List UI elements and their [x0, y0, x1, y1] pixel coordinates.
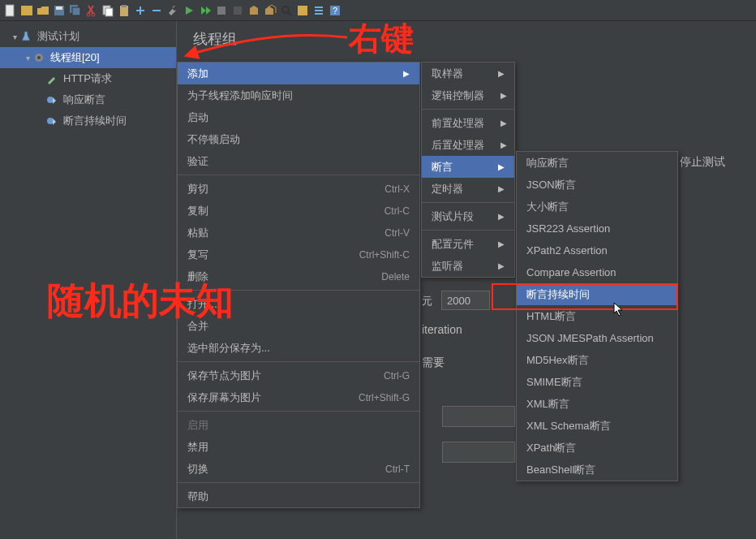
menu-item[interactable]: XML断言 [517, 393, 677, 415]
search-icon[interactable] [279, 3, 294, 18]
templates-icon[interactable] [19, 3, 34, 18]
open-icon[interactable] [36, 3, 50, 18]
paste-icon[interactable] [117, 3, 131, 18]
menu-item-label: 监听器 [432, 259, 463, 274]
menu-item[interactable]: 启动 [178, 106, 419, 128]
menu-item[interactable]: 保存屏幕为图片Ctrl+Shift-G [178, 386, 419, 408]
context-submenu-add: 取样器▶逻辑控制器▶前置处理器▶后置处理器▶断言▶定时器▶测试片段▶配置元件▶监… [421, 62, 515, 278]
menu-item[interactable]: MD5Hex断言 [517, 349, 677, 371]
menu-item[interactable]: SMIME断言 [517, 371, 677, 393]
menu-item[interactable]: BeanShell断言 [517, 459, 677, 481]
menu-item[interactable]: HTML断言 [517, 305, 677, 327]
svg-rect-0 [6, 5, 14, 16]
tree-root[interactable]: ▾ 测试计划 [0, 26, 176, 47]
menu-item[interactable]: 大小断言 [517, 196, 677, 218]
stop-icon[interactable] [214, 3, 229, 18]
menu-item[interactable]: 帮助 [178, 485, 419, 507]
menu-item[interactable]: 复写Ctrl+Shift-C [178, 244, 419, 265]
tree-thread-group[interactable]: ▾ 线程组[20] [0, 47, 176, 68]
svg-point-14 [282, 6, 289, 13]
menu-item[interactable]: 监听器▶ [422, 255, 514, 277]
fn-icon[interactable] [295, 3, 310, 18]
menu-item[interactable]: 响应断言 [517, 152, 677, 174]
svg-rect-15 [298, 6, 307, 15]
empty-input-2[interactable] [442, 442, 515, 463]
menu-item[interactable]: 删除Delete [178, 265, 419, 287]
menu-item[interactable]: 保存节点为图片Ctrl-G [178, 364, 419, 386]
menu-item[interactable]: 剪切Ctrl-X [178, 178, 419, 200]
empty-input-1[interactable] [442, 406, 515, 427]
run-no-pause-icon[interactable] [198, 3, 213, 18]
menu-item-label: 配置元件 [432, 237, 474, 252]
menu-item[interactable]: 合并 [178, 315, 419, 337]
context-menu-main: 添加▶为子线程添加响应时间启动不停顿启动验证剪切Ctrl-X复制Ctrl-C粘贴… [177, 62, 420, 508]
menu-item[interactable]: 切换Ctrl-T [178, 458, 419, 480]
menu-item[interactable]: XML Schema断言 [517, 415, 677, 437]
menu-item[interactable]: 打开... [178, 293, 419, 315]
help-icon[interactable]: ? [328, 3, 342, 18]
menu-item[interactable]: 为子线程添加响应时间 [178, 84, 419, 106]
menu-item[interactable]: 定时器▶ [422, 178, 514, 200]
add-icon[interactable] [133, 3, 148, 18]
menu-item[interactable]: Compare Assertion [517, 261, 677, 283]
shutdown-icon[interactable] [230, 3, 245, 18]
menu-item[interactable]: 复制Ctrl-C [178, 200, 419, 222]
value-field[interactable]: 2000 [441, 291, 490, 310]
menu-item-label: JSON断言 [526, 178, 576, 192]
menu-item[interactable]: 前置处理器▶ [422, 112, 514, 134]
chevron-right-icon: ▶ [498, 162, 505, 171]
gear-icon [32, 51, 45, 64]
menu-item[interactable]: 粘贴Ctrl-V [178, 222, 419, 244]
menu-item[interactable]: 配置元件▶ [422, 233, 514, 255]
run-icon[interactable] [182, 3, 196, 18]
menu-item-label: JSON JMESPath Assertion [526, 332, 654, 344]
menu-item[interactable]: 验证 [178, 150, 419, 172]
menu-shortcut: Ctrl-G [384, 370, 410, 382]
clear-all-icon[interactable] [263, 3, 277, 18]
menu-shortcut: Ctrl+Shift-G [359, 392, 410, 403]
menu-item[interactable]: 添加▶ [178, 63, 419, 84]
copy-icon[interactable] [101, 3, 115, 18]
page-title: 线程组 [193, 29, 740, 49]
menu-item[interactable]: 逻辑控制器▶ [422, 84, 514, 106]
assert-icon [45, 114, 58, 127]
menu-item[interactable]: 测试片段▶ [422, 205, 514, 227]
menu-item-label: 合并 [187, 319, 208, 334]
menu-item[interactable]: 禁用 [178, 436, 419, 458]
menu-item[interactable]: JSON JMESPath Assertion [517, 327, 677, 349]
list-icon[interactable] [311, 3, 326, 18]
save-icon[interactable] [52, 3, 67, 18]
tree-response-assertion[interactable]: 响应断言 [0, 89, 176, 110]
chevron-down-icon: ▾ [23, 54, 32, 63]
clear-icon[interactable] [247, 3, 261, 18]
menu-item[interactable]: 断言持续时间 [517, 283, 677, 305]
menu-item-label: JSR223 Assertion [526, 222, 610, 235]
menu-item-label: Compare Assertion [526, 266, 616, 278]
menu-item-label: XPath2 Assertion [526, 244, 608, 257]
menu-item-label: 定时器 [432, 182, 463, 196]
menu-item-label: 选中部分保存为... [187, 341, 270, 356]
menu-item[interactable]: 断言▶ [422, 156, 514, 178]
menu-item[interactable]: JSON断言 [517, 174, 677, 196]
menu-item[interactable]: 不停顿启动 [178, 128, 419, 150]
tree-duration-assertion[interactable]: 断言持续时间 [0, 110, 176, 132]
menu-item[interactable]: 选中部分保存为... [178, 337, 419, 359]
iteration-text: iteration [422, 323, 462, 336]
menu-item-label: 逻辑控制器 [432, 88, 484, 103]
menu-item[interactable]: XPath断言 [517, 437, 677, 459]
menu-item[interactable]: 启用 [178, 414, 419, 436]
menu-item-label: XML断言 [526, 397, 569, 412]
minus-icon[interactable] [149, 3, 164, 18]
menu-item[interactable]: 后置处理器▶ [422, 134, 514, 156]
menu-item[interactable]: 取样器▶ [422, 63, 514, 84]
wrench-icon[interactable] [165, 3, 180, 18]
menu-item-label: 删除 [187, 270, 208, 284]
menu-item[interactable]: JSR223 Assertion [517, 218, 677, 239]
menu-shortcut: Ctrl+Shift-C [359, 249, 410, 261]
tree-http-request[interactable]: HTTP请求 [0, 68, 176, 89]
save-all-icon[interactable] [68, 3, 83, 18]
menu-item[interactable]: XPath2 Assertion [517, 239, 677, 261]
cut-icon[interactable] [84, 3, 99, 18]
new-file-icon[interactable] [3, 3, 18, 18]
menu-item-label: 粘贴 [187, 226, 208, 240]
